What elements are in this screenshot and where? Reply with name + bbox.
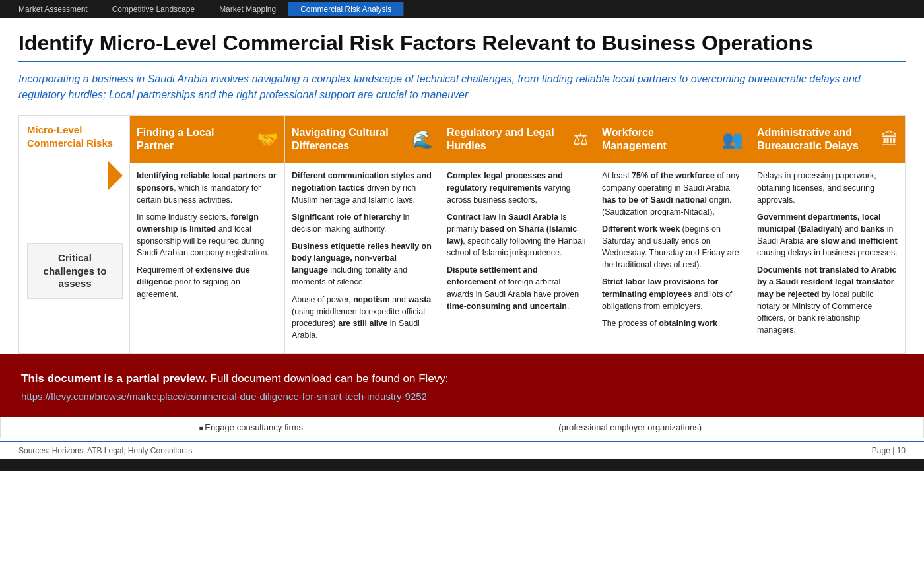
footer-sources: Sources: Horizons; ATB Legal; Healy Cons… [18, 446, 192, 455]
title-divider [18, 61, 906, 62]
page-title: Identify Micro-Level Commercial Risk Fac… [18, 30, 906, 55]
col3-body: Complex legal processes and regulatory r… [440, 163, 595, 353]
col5-icon: 🏛 [881, 129, 898, 150]
bottom-col2: Engage consultancy firms [199, 422, 365, 432]
preview-link[interactable]: https://flevy.com/browse/marketplace/com… [21, 391, 427, 402]
tab-market-assessment[interactable]: Market Assessment [7, 2, 100, 16]
col2-header: Navigating Cultural Differences 🌊 [285, 116, 440, 163]
col4-header: Workforce Management 👥 [595, 116, 750, 163]
micro-level-label: Micro-Level Commercial Risks [27, 123, 123, 149]
bottom-item-peo: (professional employer organizations) [558, 422, 702, 432]
bottom-col1 [19, 422, 185, 432]
col-regulatory-legal: Regulatory and Legal Hurdles ⚖ Complex l… [440, 116, 595, 353]
col5-header: Administrative and Bureaucratic Delays 🏛 [750, 116, 905, 163]
col1-icon: 🤝 [257, 129, 278, 150]
bottom-col4: (professional employer organizations) [558, 422, 725, 432]
risk-columns-container: Finding a Local Partner 🤝 Identifying re… [130, 116, 905, 353]
footer-page-number: Page | 10 [872, 446, 906, 455]
col1-title: Finding a Local Partner [137, 126, 251, 154]
left-label-column: Micro-Level Commercial Risks Critical ch… [19, 116, 130, 353]
col5-body: Delays in processing paperwork, obtainin… [750, 163, 905, 353]
col1-header: Finding a Local Partner 🤝 [130, 116, 284, 163]
page-subtitle: Incorporating a business in Saudi Arabia… [18, 71, 906, 103]
tab-market-mapping[interactable]: Market Mapping [207, 2, 288, 16]
tab-competitive-landscape[interactable]: Competitive Landscape [100, 2, 207, 16]
tab-commercial-risk-analysis[interactable]: Commercial Risk Analysis [288, 2, 404, 16]
col-workforce-management: Workforce Management 👥 At least 75% of t… [595, 116, 750, 353]
preview-bold: This document is a partial preview. [21, 372, 207, 385]
risk-section: Micro-Level Commercial Risks Critical ch… [18, 115, 906, 354]
col3-icon: ⚖ [573, 129, 588, 150]
col-finding-local-partner: Finding a Local Partner 🤝 Identifying re… [130, 116, 285, 353]
col4-body: At least 75% of the workforce of any com… [595, 163, 750, 353]
critical-box: Critical challenges to assess [27, 243, 123, 299]
page-footer: Sources: Horizons; ATB Legal; Healy Cons… [0, 441, 924, 459]
col-cultural-differences: Navigating Cultural Differences 🌊 Differ… [285, 116, 440, 353]
main-content: Identify Micro-Level Commercial Risk Fac… [0, 18, 924, 354]
preview-normal: Full document download can be found on F… [211, 372, 449, 385]
col2-title: Navigating Cultural Differences [292, 126, 407, 154]
preview-overlay: This document is a partial preview. Full… [0, 354, 924, 417]
critical-label: Critical challenges to assess [44, 252, 107, 289]
col-administrative-delays: Administrative and Bureaucratic Delays 🏛… [750, 116, 905, 353]
col3-title: Regulatory and Legal Hurdles [447, 126, 568, 154]
col5-title: Administrative and Bureaucratic Delays [757, 126, 876, 154]
nav-tab-list: Market Assessment Competitive Landscape … [7, 2, 404, 16]
bottom-section: Engage consultancy firms (professional e… [0, 417, 924, 438]
col1-body: Identifying reliable local partners or s… [130, 163, 284, 353]
col2-icon: 🌊 [412, 129, 433, 150]
col4-title: Workforce Management [602, 126, 717, 154]
top-navigation: Market Assessment Competitive Landscape … [0, 0, 924, 18]
preview-text: This document is a partial preview. Full… [21, 372, 903, 385]
bottom-item-consultancy: Engage consultancy firms [199, 422, 303, 432]
col4-icon: 👥 [722, 129, 743, 150]
col2-body: Different communication styles and negot… [285, 163, 440, 353]
bottom-bar [0, 459, 924, 471]
arrow-icon [108, 161, 123, 190]
col3-header: Regulatory and Legal Hurdles ⚖ [440, 116, 595, 163]
